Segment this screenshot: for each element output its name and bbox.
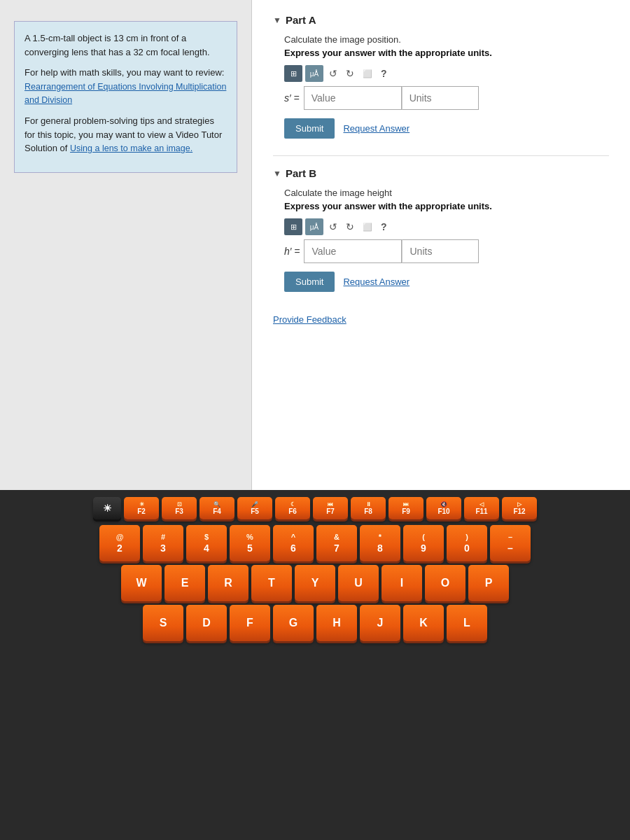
part-a-label: s′ = — [284, 92, 300, 104]
key-caret-6[interactable]: ^ 6 — [273, 525, 314, 561]
key-g[interactable]: G — [273, 605, 314, 641]
tips-prefix: For general problem-solving tips and str… — [24, 114, 227, 155]
part-a-answer-row: s′ = — [284, 86, 609, 110]
undo-btn-b[interactable]: ↺ — [326, 220, 340, 234]
key-f3[interactable]: ⊡ F3 — [162, 497, 197, 519]
part-a-instruction: Calculate the image position. — [284, 34, 609, 45]
key-f6[interactable]: ☾ F6 — [275, 497, 310, 519]
key-d[interactable]: D — [186, 605, 227, 641]
key-dash[interactable]: – – — [490, 525, 531, 561]
part-a-body: Calculate the image position. Express yo… — [284, 34, 609, 139]
key-f4-symbol: 🔍 — [214, 501, 220, 507]
key-lparen-9[interactable]: ( 9 — [403, 525, 444, 561]
key-f12-symbol: ▷ — [517, 501, 522, 507]
key-r[interactable]: R — [208, 565, 248, 601]
part-b-request-answer[interactable]: Request Answer — [343, 276, 410, 287]
part-b-title: Part B — [286, 167, 316, 179]
key-f8-symbol: ⏸ — [365, 501, 371, 507]
right-panel: ▼ Part A Calculate the image position. E… — [252, 0, 630, 490]
provide-feedback-link[interactable]: Provide Feedback — [273, 314, 346, 325]
part-b-answer-row: h′ = — [284, 239, 609, 263]
link-multiplication[interactable]: Rearrangement of Equations Involving Mul… — [24, 82, 226, 106]
part-a-submit-button[interactable]: Submit — [284, 118, 335, 139]
part-a-title: Part A — [286, 14, 316, 26]
key-amp-7[interactable]: & 7 — [316, 525, 357, 561]
problem-box: A 1.5-cm-tall object is 13 cm in front o… — [14, 21, 237, 173]
extra-btn-a[interactable]: ⬜ — [360, 68, 375, 80]
key-percent-5[interactable]: % 5 — [230, 525, 270, 561]
left-panel: A 1.5-cm-tall object is 13 cm in front o… — [0, 0, 252, 490]
mu-btn-a[interactable]: μÅ — [305, 65, 323, 82]
part-b-instruction: Calculate the image height — [284, 188, 609, 198]
key-w[interactable]: W — [121, 565, 162, 601]
part-b-submit-button[interactable]: Submit — [284, 272, 335, 292]
key-l[interactable]: L — [447, 605, 487, 641]
key-f10[interactable]: 🔇 F10 — [426, 497, 461, 519]
part-b-instruction-bold: Express your answer with the appropriate… — [284, 201, 609, 211]
part-b-toolbar: ⊞ μÅ ↺ ↻ ⬜ ? — [284, 218, 609, 235]
redo-btn-b[interactable]: ↻ — [343, 220, 357, 234]
key-f5-symbol: 🎤 — [251, 501, 258, 507]
help-btn-a[interactable]: ? — [378, 66, 390, 80]
key-dollar-4[interactable]: $ 4 — [186, 525, 227, 561]
part-a-toolbar: ⊞ μÅ ↺ ↻ ⬜ ? — [284, 65, 609, 82]
undo-btn-a[interactable]: ↺ — [326, 66, 340, 80]
key-k[interactable]: K — [403, 605, 444, 641]
part-a-header: ▼ Part A — [273, 14, 609, 26]
part-a-action-row: Submit Request Answer — [284, 118, 609, 139]
key-f4[interactable]: 🔍 F4 — [200, 497, 234, 519]
part-a-arrow: ▼ — [273, 15, 281, 25]
key-f7[interactable]: ⏮ F7 — [313, 497, 348, 519]
key-star-8[interactable]: * 8 — [360, 525, 400, 561]
key-brightness-down[interactable]: ☀ — [93, 497, 121, 519]
key-f11[interactable]: ◁ F11 — [464, 497, 499, 519]
key-f[interactable]: F — [230, 605, 270, 641]
part-a-value-input[interactable] — [304, 86, 402, 110]
key-e[interactable]: E — [164, 565, 205, 601]
key-o[interactable]: O — [425, 565, 465, 601]
key-f5[interactable]: 🎤 F5 — [237, 497, 272, 519]
extra-btn-b[interactable]: ⬜ — [360, 221, 375, 233]
part-b-label: h′ = — [284, 246, 300, 257]
key-s[interactable]: S — [143, 605, 183, 641]
format-btn-b[interactable]: ⊞ — [284, 218, 302, 235]
part-a-request-answer[interactable]: Request Answer — [343, 123, 410, 134]
key-f9[interactable]: ⏭ F9 — [388, 497, 424, 519]
key-f2-symbol: ☀ — [139, 501, 144, 507]
part-b-header: ▼ Part B — [273, 167, 609, 179]
key-i[interactable]: I — [382, 565, 422, 601]
part-a-instruction-bold: Express your answer with the appropriate… — [284, 48, 609, 58]
part-b-value-input[interactable] — [304, 239, 402, 263]
key-h[interactable]: H — [316, 605, 357, 641]
format-btn-a[interactable]: ⊞ — [284, 65, 302, 82]
key-at-2[interactable]: @ 2 — [99, 525, 140, 561]
help-btn-b[interactable]: ? — [378, 220, 390, 234]
number-key-row: @ 2 # 3 $ 4 % 5 ^ 6 & 7 * 8 ( 9 — [0, 525, 630, 561]
mu-btn-b[interactable]: μÅ — [305, 218, 323, 235]
key-f7-symbol: ⏮ — [328, 501, 333, 507]
key-f12[interactable]: ▷ F12 — [502, 497, 537, 519]
key-f8[interactable]: ⏸ F8 — [351, 497, 386, 519]
part-b-action-row: Submit Request Answer — [284, 272, 609, 292]
key-hash-3[interactable]: # 3 — [143, 525, 183, 561]
key-f11-symbol: ◁ — [479, 501, 484, 507]
key-f2[interactable]: ☀ F2 — [124, 497, 159, 519]
key-f6-symbol: ☾ — [290, 501, 295, 507]
key-p[interactable]: P — [468, 565, 509, 601]
part-b-body: Calculate the image height Express your … — [284, 188, 609, 292]
part-b-arrow: ▼ — [273, 169, 281, 178]
part-a-units-input[interactable] — [402, 86, 479, 110]
part-b-units-input[interactable] — [402, 239, 479, 263]
key-f10-symbol: 🔇 — [440, 501, 447, 507]
link-video-tutor[interactable]: Using a lens to make an image. — [70, 144, 192, 153]
key-u[interactable]: U — [338, 565, 379, 601]
redo-btn-a[interactable]: ↻ — [343, 66, 357, 80]
fn-key-row: ☀ ☀ F2 ⊡ F3 🔍 F4 🎤 F5 ☾ F6 ⏮ F7 ⏸ F8 — [0, 497, 630, 519]
key-t[interactable]: T — [251, 565, 292, 601]
key-rparen-0[interactable]: ) 0 — [447, 525, 487, 561]
letter-row-2: S D F G H J K L — [0, 605, 630, 641]
key-j[interactable]: J — [360, 605, 400, 641]
key-y[interactable]: Y — [295, 565, 335, 601]
help-prefix: For help with math skills, you may want … — [24, 66, 227, 107]
keyboard-area: ☀ ☀ F2 ⊡ F3 🔍 F4 🎤 F5 ☾ F6 ⏮ F7 ⏸ F8 — [0, 490, 630, 840]
